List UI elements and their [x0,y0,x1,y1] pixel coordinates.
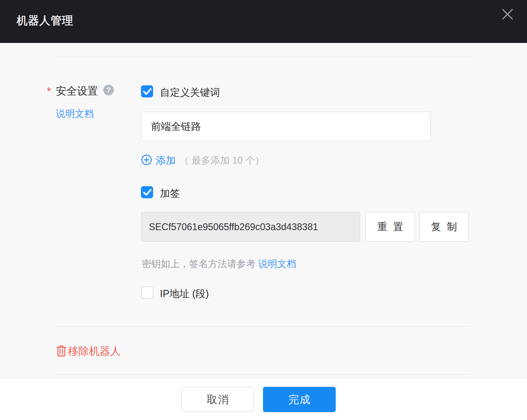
remove-robot-button[interactable]: 移除机器人 [56,344,121,358]
security-doc-link[interactable]: 说明文档 [56,107,94,120]
dialog-title: 机器人管理 [17,13,73,28]
sign-key-hint-text: 密钥如上，签名方法请参考 [142,258,256,269]
custom-keywords-checkbox[interactable] [141,85,153,97]
plus-circle-icon [141,154,152,166]
sign-doc-link[interactable]: 说明文档 [258,258,296,269]
add-keyword-label: 添加 [156,154,176,167]
sign-label[interactable]: 加签 [160,187,180,200]
dialog-header: 机器人管理 [0,0,527,43]
reset-key-button[interactable]: 重 置 [365,212,415,242]
trash-icon [56,345,67,358]
add-keyword-button[interactable]: 添加 [141,154,176,167]
ip-label[interactable]: IP地址 (段) [160,287,209,300]
remove-robot-label: 移除机器人 [68,344,121,358]
ip-checkbox[interactable] [141,286,153,299]
add-keyword-hint: （ 最多添加 10 个） [179,154,264,167]
help-icon[interactable]: ? [103,85,114,95]
divider-middle [56,326,470,327]
sign-key-field: SECf57061e95065ffb269c03a3d438381 [141,212,360,242]
add-keyword-row: 添加 （ 最多添加 10 个） [141,154,264,167]
divider-top [56,57,472,57]
close-icon[interactable] [501,7,514,21]
divider-bottom [56,374,470,375]
keyword-input[interactable] [141,112,431,141]
dialog-footer: 取消 完成 [0,378,527,420]
robot-manage-dialog: 机器人管理 * 安全设置 ? 说明文档 自定义关键词 添加 （ 最多添加 10 … [0,0,527,420]
custom-keywords-label[interactable]: 自定义关键词 [160,86,220,99]
required-asterisk: * [47,85,51,97]
sign-checkbox[interactable] [141,186,153,198]
done-button[interactable]: 完成 [263,387,336,412]
cancel-button[interactable]: 取消 [181,387,254,412]
copy-key-button[interactable]: 复 制 [419,212,469,242]
sign-key-hint: 密钥如上，签名方法请参考说明文档 [142,258,296,270]
security-settings-label: 安全设置 [56,84,98,98]
